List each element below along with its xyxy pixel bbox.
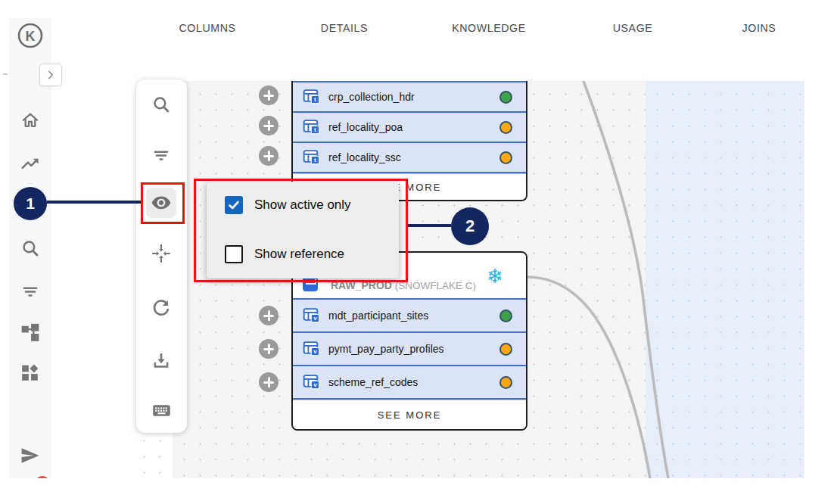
keyboard-icon — [151, 400, 172, 421]
table-row[interactable]: t crp_collection_hdr — [293, 81, 526, 113]
table-icon: t — [303, 120, 320, 135]
tab-usage[interactable]: USAGE — [613, 22, 653, 34]
chevron-right-icon — [44, 68, 58, 82]
table-row[interactable]: t ref_locality_poa — [293, 113, 526, 143]
tab-columns[interactable]: COLUMNS — [179, 22, 235, 34]
filter-icon — [151, 145, 171, 165]
search-icon — [151, 95, 171, 114]
table-type-badge: v — [313, 348, 317, 355]
status-dot — [499, 91, 512, 104]
toolbar-fit-view-button[interactable] — [146, 238, 176, 269]
table-type-badge: t — [314, 157, 316, 163]
menu-item-label: Show reference — [254, 247, 344, 262]
canvas-toolbar — [136, 79, 187, 433]
toolbar-download-button[interactable] — [146, 346, 176, 376]
toolbar-visibility-button[interactable] — [146, 188, 176, 218]
add-node-button[interactable] — [259, 339, 278, 359]
table-name: ref_locality_ssc — [328, 151, 401, 163]
home-icon[interactable] — [20, 110, 41, 131]
expand-sidebar-button[interactable] — [39, 64, 62, 86]
toolbar-filter-button[interactable] — [146, 140, 176, 170]
callout-line-2 — [408, 224, 451, 227]
snowflake-icon: ❄ — [487, 265, 503, 288]
table-icon: v — [303, 341, 320, 356]
table-row[interactable]: t ref_locality_ssc — [293, 143, 526, 173]
callout-badge-2: 2 — [451, 207, 489, 245]
table-icon: t — [303, 150, 320, 165]
download-icon — [151, 351, 171, 371]
toolbar-keyboard-button[interactable] — [146, 395, 176, 425]
menu-item-show-reference[interactable]: Show reference — [225, 245, 344, 263]
schema-name: RAW_PROD — [331, 279, 392, 291]
add-node-button[interactable] — [259, 306, 278, 325]
lineage-edge — [527, 277, 650, 478]
checkbox-show-active-only[interactable] — [225, 196, 243, 214]
table-row[interactable]: v mdt_participant_sites — [293, 300, 526, 333]
schema-title: RAW_PROD (SNOWFLAKE C) — [331, 279, 476, 291]
callout-badge-1: 1 — [14, 187, 47, 220]
toolbar-search-button[interactable] — [146, 89, 176, 120]
add-node-button[interactable] — [259, 116, 278, 135]
table-type-badge: t — [314, 96, 316, 103]
dashboard-icon[interactable] — [20, 362, 41, 384]
checkbox-show-reference[interactable] — [225, 245, 243, 263]
table-type-badge: v — [313, 315, 317, 322]
schema-source: (SNOWFLAKE C) — [395, 280, 476, 291]
table-icon: v — [303, 375, 320, 390]
table-name: pymt_pay_party_profiles — [328, 343, 444, 355]
see-more-button[interactable]: SEE MORE — [293, 400, 526, 429]
add-node-button[interactable] — [259, 372, 278, 392]
table-row[interactable]: v pymt_pay_party_profiles — [293, 333, 526, 366]
add-node-button[interactable] — [259, 146, 278, 166]
table-icon: t — [303, 89, 320, 104]
status-dot — [499, 310, 512, 322]
send-icon[interactable] — [20, 445, 41, 466]
logo-letter: K — [26, 29, 36, 44]
callout-line-1 — [47, 201, 141, 204]
schema-icon — [303, 276, 318, 291]
tree-icon[interactable] — [20, 322, 41, 344]
status-dot — [499, 151, 512, 164]
lineage-edge — [583, 81, 668, 478]
table-name: mdt_participant_sites — [328, 310, 428, 322]
refresh-icon — [151, 299, 171, 319]
app-sidebar: K — [9, 18, 51, 478]
table-name: scheme_ref_codes — [328, 376, 418, 388]
trending-up-icon[interactable] — [20, 154, 41, 175]
tab-joins[interactable]: JOINS — [742, 22, 776, 34]
menu-item-label: Show active only — [254, 198, 351, 213]
canvas-dots-strip — [136, 433, 173, 478]
table-name: crp_collection_hdr — [328, 91, 415, 103]
app-logo[interactable]: K — [17, 22, 44, 49]
notification-arc — [35, 476, 50, 478]
toolbar-refresh-button[interactable] — [146, 294, 176, 324]
add-node-button[interactable] — [259, 86, 278, 105]
eye-icon — [151, 192, 172, 213]
table-name: ref_locality_poa — [328, 121, 403, 133]
search-icon[interactable] — [20, 238, 41, 259]
visibility-menu: Show active only Show reference — [207, 182, 399, 278]
menu-item-show-active-only[interactable]: Show active only — [225, 196, 351, 214]
tab-details[interactable]: DETAILS — [321, 22, 368, 34]
table-type-badge: v — [313, 381, 317, 388]
filter-icon[interactable] — [20, 281, 41, 302]
tab-knowledge[interactable]: KNOWLEDGE — [452, 22, 526, 34]
status-dot — [499, 376, 512, 389]
table-type-badge: t — [314, 126, 316, 133]
table-icon: v — [303, 308, 320, 323]
status-dot — [499, 343, 512, 356]
check-icon — [228, 199, 240, 211]
status-dot — [499, 121, 512, 134]
fit-view-icon — [151, 244, 171, 263]
table-row[interactable]: v scheme_ref_codes — [293, 366, 526, 400]
